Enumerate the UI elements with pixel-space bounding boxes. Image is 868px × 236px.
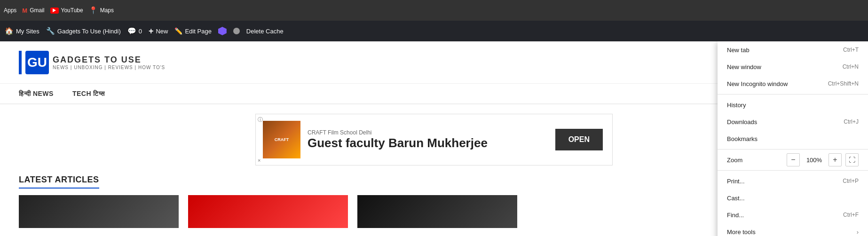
zoom-control: Zoom − 100% + ⛶ [718, 151, 868, 168]
my-sites-button[interactable]: 🏠 My Sites [5, 27, 39, 35]
more-tools-menu-item[interactable]: More tools › [718, 223, 868, 236]
apps-label: Apps [4, 7, 16, 14]
logo-g: GU [25, 51, 49, 74]
circle-icon [233, 28, 240, 34]
ad-headline: Guest faculty Barun Mukherjee [308, 136, 555, 150]
delete-cache-button[interactable]: Delete Cache [246, 28, 284, 35]
shield-icon [218, 27, 227, 35]
gadgets-label: Gadgets To Use (Hindi) [57, 28, 121, 35]
zoom-plus-button[interactable]: + [829, 153, 842, 166]
print-label: Print... [727, 178, 833, 185]
cast-label: Cast... [727, 195, 849, 202]
maps-bookmark[interactable]: 📍 Maps [89, 6, 114, 15]
new-incognito-label: New Incognito window [727, 80, 819, 87]
find-label: Find... [727, 212, 834, 219]
new-tab-shortcut: Ctrl+T [843, 47, 859, 53]
edit-page-button[interactable]: ✏️ Edit Page [174, 27, 211, 35]
comment-icon: 💬 [127, 27, 136, 35]
bookmarks-label: Bookmarks [727, 135, 849, 142]
logo-blue-bar [19, 51, 22, 74]
downloads-label: Downloads [727, 118, 834, 126]
more-tools-arrow: › [857, 228, 859, 236]
youtube-bookmark[interactable]: YouTube [50, 7, 83, 14]
gadgets-to-use-button[interactable]: 🔧 Gadgets To Use (Hindi) [46, 27, 121, 35]
bookmarks-menu-item[interactable]: Bookmarks [718, 130, 868, 147]
downloads-menu-item[interactable]: Downloads Ctrl+J [718, 113, 868, 130]
tech-tips-nav[interactable]: TECH टिप्स [72, 90, 105, 98]
ad-open-button[interactable]: OPEN [555, 129, 603, 150]
downloads-shortcut: Ctrl+J [844, 118, 859, 125]
ad-info-icon[interactable]: ⓘ [258, 116, 263, 123]
history-label: History [727, 102, 849, 109]
print-shortcut: Ctrl+P [843, 178, 859, 184]
print-menu-item[interactable]: Print... Ctrl+P [718, 173, 868, 189]
ad-title: CRAFT Film School Delhi [308, 129, 555, 136]
new-button[interactable]: + New [149, 26, 168, 36]
comment-count: 0 [139, 28, 142, 35]
more-tools-label: More tools [727, 228, 857, 236]
article-thumb-1[interactable] [19, 195, 179, 228]
find-shortcut: Ctrl+F [843, 212, 859, 218]
youtube-icon [50, 8, 59, 14]
logo-text-area: GADGETS TO USE NEWS | UNBOXING | REVIEWS… [53, 55, 165, 70]
zoom-value: 100% [804, 157, 825, 164]
bookmarks-bar: Apps M Gmail YouTube 📍 Maps [0, 0, 868, 21]
zoom-minus-button[interactable]: − [787, 153, 800, 166]
plus-icon: + [149, 26, 154, 36]
hindi-news-nav[interactable]: हिन्दी NEWS [19, 90, 54, 98]
gmail-bookmark[interactable]: M Gmail [22, 7, 44, 14]
new-window-label: New window [727, 63, 833, 71]
shield-button[interactable] [218, 27, 227, 35]
pencil-icon: ✏️ [174, 27, 182, 35]
logo-title: GADGETS TO USE [53, 55, 165, 65]
menu-divider-3 [718, 170, 868, 171]
maps-icon: 📍 [89, 6, 98, 15]
gmail-icon: M [22, 7, 27, 14]
zoom-buttons: − 100% + ⛶ [787, 153, 859, 166]
ad-close-icon[interactable]: × [258, 157, 260, 163]
article-thumb-2[interactable] [188, 195, 348, 228]
menu-divider-1 [718, 94, 868, 94]
logo-subtitle: NEWS | UNBOXING | REVIEWS | HOW TO'S [53, 65, 165, 70]
new-label: New [156, 28, 168, 35]
new-window-shortcut: Ctrl+N [843, 63, 859, 70]
my-sites-label: My Sites [16, 28, 39, 35]
youtube-label: YouTube [61, 7, 83, 14]
logo-area: GU GADGETS TO USE NEWS | UNBOXING | REVI… [19, 51, 165, 74]
edit-page-label: Edit Page [185, 28, 211, 35]
history-menu-item[interactable]: History [718, 96, 868, 113]
gmail-label: Gmail [30, 7, 44, 14]
new-incognito-menu-item[interactable]: New Incognito window Ctrl+Shift+N [718, 75, 868, 92]
my-sites-icon: 🏠 [5, 27, 14, 35]
comments-button[interactable]: 💬 0 [127, 27, 142, 35]
apps-bookmark[interactable]: Apps [4, 7, 16, 14]
main-content: GU GADGETS TO USE NEWS | UNBOXING | REVI… [0, 41, 868, 236]
delete-cache-label: Delete Cache [246, 28, 284, 35]
maps-label: Maps [100, 7, 114, 14]
latest-articles-title: LATEST ARTICLES [19, 175, 99, 189]
zoom-fullscreen-button[interactable]: ⛶ [845, 153, 859, 166]
ad-banner: ⓘ × CRAFT CRAFT Film School Delhi Guest … [255, 114, 613, 165]
cast-menu-item[interactable]: Cast... [718, 189, 868, 206]
zoom-label: Zoom [727, 157, 742, 164]
new-tab-menu-item[interactable]: New tab Ctrl+T [718, 41, 868, 58]
ad-content: CRAFT Film School Delhi Guest faculty Ba… [308, 129, 555, 150]
gadgets-icon: 🔧 [46, 27, 55, 35]
new-window-menu-item[interactable]: New window Ctrl+N [718, 58, 868, 75]
menu-divider-2 [718, 149, 868, 149]
toolbar: 🏠 My Sites 🔧 Gadgets To Use (Hindi) 💬 0 … [0, 21, 868, 41]
find-menu-item[interactable]: Find... Ctrl+F [718, 206, 868, 223]
chrome-menu: New tab Ctrl+T New window Ctrl+N New Inc… [718, 41, 868, 236]
new-incognito-shortcut: Ctrl+Shift+N [828, 80, 859, 87]
circle-button[interactable] [233, 28, 240, 34]
article-thumb-3[interactable] [357, 195, 517, 228]
new-tab-label: New tab [727, 47, 834, 54]
ad-image: CRAFT [263, 121, 300, 158]
